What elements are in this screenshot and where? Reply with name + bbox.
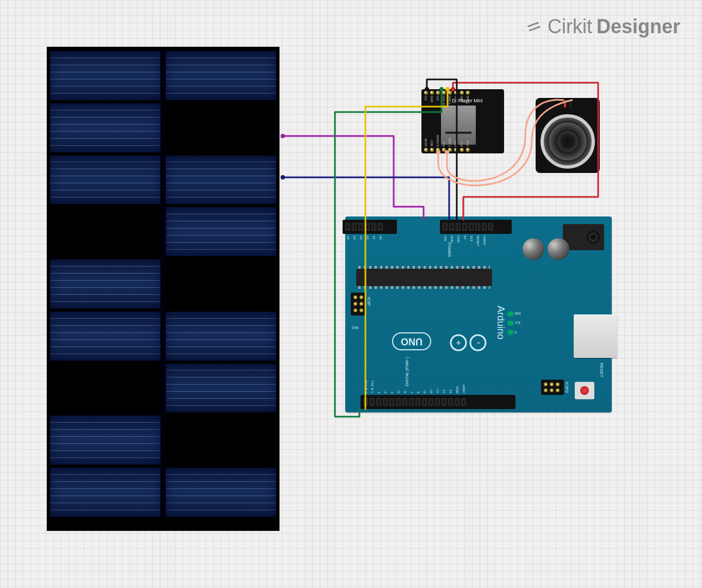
speaker-minus-icon xyxy=(569,100,571,108)
solar-cell xyxy=(166,207,276,256)
socket-label: 7 xyxy=(410,392,413,393)
power-header[interactable]: VINGNDGND5V3V3RESETIOREF xyxy=(440,220,512,234)
wire[interactable] xyxy=(283,177,449,220)
header-socket[interactable]: A1 xyxy=(371,223,376,231)
icsp2-label: ICSP2 xyxy=(565,382,569,393)
header-socket[interactable]: A5 xyxy=(345,223,350,231)
brand-logo: Cirkit Designer xyxy=(526,15,680,38)
header-socket[interactable]: ~9 xyxy=(422,398,427,406)
solar-spine xyxy=(166,259,276,308)
header-socket[interactable]: 12 xyxy=(442,398,446,406)
header-socket[interactable]: 7 xyxy=(409,398,414,406)
solar-spine xyxy=(160,51,166,517)
pin[interactable]: USB- xyxy=(430,148,434,152)
socket-label: RX0 ◄ 0 xyxy=(364,380,368,393)
socket-label: ~6 xyxy=(403,389,407,393)
socket-label: 2 xyxy=(377,392,381,393)
header-socket[interactable]: RESET xyxy=(475,223,480,231)
pin[interactable]: DAC L xyxy=(448,91,452,95)
header-socket[interactable]: ~5 xyxy=(396,398,401,406)
reset-button[interactable] xyxy=(575,382,594,399)
usb-port[interactable] xyxy=(574,314,617,358)
pin-label: DAC L xyxy=(448,96,451,104)
header-socket[interactable]: A4 xyxy=(352,223,357,231)
pin[interactable]: GND xyxy=(460,91,464,95)
dfplayer-mini[interactable]: IO1GNDIO2DAC RDAC LSPK1GNDSPK2 DFPlayer … xyxy=(421,89,504,153)
led-row: TX xyxy=(508,320,521,325)
led-label: TX xyxy=(515,320,520,325)
icsp2-header[interactable] xyxy=(541,380,564,395)
arduino-infinity-icon: - + xyxy=(449,331,488,352)
header-socket[interactable]: 4 xyxy=(389,398,394,406)
header-socket[interactable]: ~10 xyxy=(428,398,433,406)
reset-label: RESET xyxy=(599,363,604,377)
header-socket[interactable]: A3 xyxy=(358,223,363,231)
digital-header[interactable]: RX0 ◄ 0TX0 ► 12~34~5~678~9~10~111213GNDA… xyxy=(361,395,515,409)
pin[interactable]: IO2 xyxy=(460,148,464,152)
pin[interactable]: GND xyxy=(454,148,458,152)
wire[interactable] xyxy=(283,136,424,220)
pin-label: IO1 xyxy=(424,96,427,101)
header-socket[interactable]: 2 xyxy=(376,398,381,406)
header-socket[interactable]: GND xyxy=(455,398,459,406)
header-socket[interactable]: A2 xyxy=(365,223,370,231)
solar-panel[interactable] xyxy=(47,47,279,531)
pin[interactable]: GND xyxy=(430,91,434,95)
wire-endpoint[interactable] xyxy=(281,134,285,138)
pin[interactable]: ADKEY2 xyxy=(436,148,440,152)
socket-label: 8 xyxy=(417,392,420,393)
header-socket[interactable]: 3V3 xyxy=(469,223,474,231)
header-socket[interactable]: ~3 xyxy=(383,398,388,406)
pin-label: USB- xyxy=(430,140,433,147)
socket-label: RESET xyxy=(476,236,480,246)
capacitor-icon xyxy=(523,238,544,260)
icsp-label: ICSP xyxy=(367,297,371,306)
pin[interactable]: SPK1 xyxy=(454,91,458,95)
header-socket[interactable]: TX0 ► 1 xyxy=(370,398,375,406)
pin[interactable]: SPK 1 xyxy=(448,148,452,152)
icsp-header[interactable] xyxy=(351,293,366,315)
wire-endpoint[interactable] xyxy=(281,175,285,180)
header-socket[interactable]: VIN xyxy=(443,223,448,231)
pin[interactable]: IO1 xyxy=(424,91,428,95)
led-icon xyxy=(508,321,513,325)
pin-label: SPK 1 xyxy=(448,138,451,147)
header-socket[interactable]: RX0 ◄ 0 xyxy=(363,398,368,406)
socket-label: ~11 xyxy=(436,388,439,393)
socket-label: 3V3 xyxy=(470,236,473,242)
solar-cell xyxy=(166,364,276,413)
pin[interactable]: SPK2 xyxy=(466,91,470,95)
header-socket[interactable]: AREF xyxy=(461,398,466,406)
solar-spine xyxy=(166,103,276,152)
solar-cell xyxy=(166,312,276,361)
pin[interactable]: DAC R xyxy=(442,91,446,95)
socket-label: A3 xyxy=(359,236,363,239)
atmega-chip xyxy=(356,269,492,286)
pin[interactable]: BUSY xyxy=(424,148,428,152)
header-socket[interactable]: ~6 xyxy=(402,398,407,406)
dfplayer-label: DFPlayer Mini xyxy=(452,98,483,103)
arduino-uno[interactable]: A5A4A3A2A1A0 VINGNDGND5V3V3RESETIOREF RX… xyxy=(345,216,612,412)
analog-header[interactable]: A5A4A3A2A1A0 xyxy=(343,220,397,234)
pin-label: GND xyxy=(454,140,457,147)
header-socket[interactable]: GND xyxy=(449,223,454,231)
solar-cell xyxy=(50,51,160,100)
speaker[interactable] xyxy=(536,98,600,173)
header-socket[interactable]: 5V xyxy=(462,223,467,231)
header-socket[interactable]: IOREF xyxy=(482,223,487,231)
pin[interactable]: IO1 xyxy=(442,148,446,152)
pin[interactable]: VCC xyxy=(466,148,470,152)
header-socket[interactable] xyxy=(488,223,493,231)
header-socket[interactable]: A0 xyxy=(378,223,383,231)
svg-text:+: + xyxy=(456,338,461,348)
header-socket[interactable]: 8 xyxy=(415,398,420,406)
pin-label: BUSY xyxy=(424,139,427,147)
sd-card-slot xyxy=(441,106,476,145)
speaker-plus-icon xyxy=(564,100,566,108)
header-socket[interactable]: 13 xyxy=(448,398,453,406)
header-socket[interactable]: GND xyxy=(456,223,461,231)
header-socket[interactable]: ~11 xyxy=(435,398,440,406)
pin[interactable]: IO2 xyxy=(436,91,440,95)
on-led-label: ON xyxy=(352,325,358,330)
solar-cell xyxy=(50,416,160,465)
